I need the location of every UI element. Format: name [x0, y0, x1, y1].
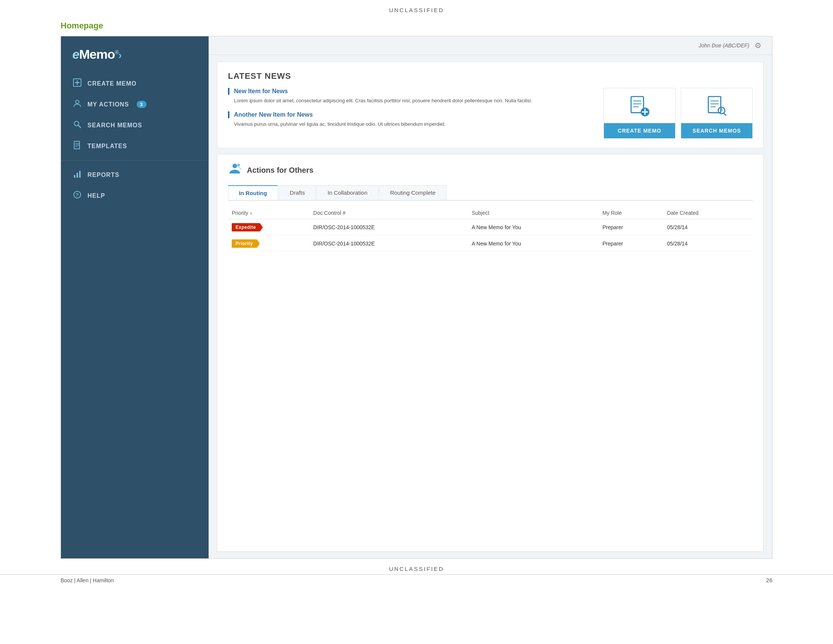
top-classification: UNCLASSIFIED	[0, 0, 833, 17]
svg-line-5	[78, 126, 81, 128]
svg-point-30	[233, 164, 237, 168]
news-item-body-1: Vivamus purus urna, pulvinar vel ligula …	[228, 121, 596, 128]
svg-line-27	[724, 113, 726, 115]
svg-rect-11	[77, 173, 78, 178]
svg-rect-12	[79, 171, 80, 178]
create-memo-doc-icon	[628, 88, 651, 123]
sidebar-label-my-actions: MY ACTIONS	[87, 101, 129, 108]
search-memos-card: SEARCH MEMOS	[681, 88, 753, 138]
cell-subject-0: A New Memo for You	[468, 219, 599, 236]
sidebar-label-reports: REPORTS	[87, 172, 119, 179]
search-memos-button[interactable]: SEARCH MEMOS	[681, 123, 753, 138]
sort-icon: ∨	[249, 211, 252, 216]
footer-bar: Booz | Allen | Hamilton 26	[0, 574, 833, 590]
footer-page-number: 26	[766, 577, 772, 583]
sidebar-item-help[interactable]: ? HELP	[61, 185, 209, 206]
gear-icon[interactable]: ⚙	[755, 41, 761, 50]
col-header-priority[interactable]: Priority ∨	[228, 207, 309, 219]
search-memos-doc-icon	[705, 88, 728, 123]
tab-drafts[interactable]: Drafts	[279, 185, 316, 200]
search-icon	[72, 120, 82, 130]
plus-square-icon	[72, 79, 82, 89]
news-item-0: New Item for News Lorem ipsum dolor sit …	[228, 88, 596, 105]
svg-rect-22	[708, 97, 721, 113]
sidebar-label-create-memo: CREATE MEMO	[87, 80, 137, 87]
expedite-badge: Expedite	[232, 223, 260, 232]
svg-point-3	[76, 100, 79, 104]
svg-text:?: ?	[76, 192, 79, 198]
sidebar-item-create-memo[interactable]: CREATE MEMO	[61, 73, 209, 94]
actions-section: Actions for Others In Routing Drafts In …	[217, 154, 764, 552]
actions-header-icon	[228, 162, 241, 179]
question-icon: ?	[72, 190, 82, 201]
col-header-my-role: My Role	[599, 207, 663, 219]
tab-in-collaboration[interactable]: In Collaboration	[317, 185, 378, 200]
sidebar-label-templates: TEMPLATES	[87, 143, 127, 150]
create-memo-button[interactable]: CREATE MEMO	[604, 123, 675, 138]
news-actions: CREATE MEMO	[603, 88, 753, 138]
main-content: John Doe (ABC/DEF) ⚙ LATEST NEWS New Ite…	[209, 36, 772, 559]
user-icon	[72, 99, 82, 109]
news-item-1: Another New Item for News Vivamus purus …	[228, 111, 596, 128]
sidebar-item-search-memos[interactable]: SEARCH MEMOS	[61, 115, 209, 135]
cell-subject-1: A New Memo for You	[468, 236, 599, 252]
table-row[interactable]: Expedite DIR/OSC-2014-1000532E A New Mem…	[228, 219, 753, 236]
cell-priority-0: Expedite	[228, 219, 309, 236]
news-item-body-0: Lorem ipsum dolor sit amet, consectetur …	[228, 97, 596, 105]
footer-company: Booz | Allen | Hamilton	[61, 577, 114, 583]
col-header-date-created: Date Created	[663, 207, 753, 219]
cell-doc-control-1: DIR/OSC-2014-1000532E	[309, 236, 468, 252]
topbar-user: John Doe (ABC/DEF)	[699, 42, 749, 48]
bar-chart-icon	[72, 170, 82, 180]
bottom-classification: UNCLASSIFIED	[0, 559, 833, 574]
latest-news-section: LATEST NEWS New Item for News Lorem ipsu…	[217, 62, 764, 148]
sidebar-item-reports[interactable]: REPORTS	[61, 164, 209, 185]
col-header-doc-control: Doc Control #	[309, 207, 468, 219]
sidebar: eMemo®› CREATE MEMO	[61, 36, 209, 559]
sidebar-divider	[61, 160, 209, 161]
cell-date-1: 05/28/14	[663, 236, 753, 252]
sidebar-nav: CREATE MEMO MY ACTIONS 3	[61, 73, 209, 214]
sidebar-item-templates[interactable]: TEMPLATES	[61, 135, 209, 156]
svg-rect-10	[74, 175, 76, 178]
page-section-title: Homepage	[0, 17, 833, 36]
priority-badge: Priority	[232, 240, 257, 248]
sidebar-label-search-memos: SEARCH MEMOS	[87, 122, 142, 129]
actions-title: Actions for Others	[247, 166, 314, 175]
tabs-row: In Routing Drafts In Collaboration Routi…	[228, 185, 753, 201]
cell-my-role-1: Preparer	[599, 236, 663, 252]
actions-table: Priority ∨ Doc Control # Subject My Role…	[228, 207, 753, 252]
topbar: John Doe (ABC/DEF) ⚙	[209, 36, 772, 55]
actions-header: Actions for Others	[228, 162, 753, 179]
my-actions-badge: 3	[137, 101, 146, 108]
file-icon	[72, 141, 82, 151]
cell-doc-control-0: DIR/OSC-2014-1000532E	[309, 219, 468, 236]
cell-my-role-0: Preparer	[599, 219, 663, 236]
news-articles: New Item for News Lorem ipsum dolor sit …	[228, 88, 603, 138]
sidebar-item-my-actions[interactable]: MY ACTIONS 3	[61, 94, 209, 115]
news-item-title-1: Another New Item for News	[228, 111, 596, 118]
cell-date-0: 05/28/14	[663, 219, 753, 236]
tab-routing-complete[interactable]: Routing Complete	[379, 185, 446, 200]
news-content-row: New Item for News Lorem ipsum dolor sit …	[228, 88, 753, 138]
app-logo: eMemo®›	[61, 36, 209, 73]
cell-priority-1: Priority	[228, 236, 309, 252]
sidebar-label-help: HELP	[87, 192, 105, 199]
latest-news-title: LATEST NEWS	[228, 71, 753, 81]
table-row[interactable]: Priority DIR/OSC-2014-1000532E A New Mem…	[228, 236, 753, 252]
news-item-title-0: New Item for News	[228, 88, 596, 95]
create-memo-card: CREATE MEMO	[603, 88, 675, 138]
svg-point-31	[237, 164, 240, 167]
tab-in-routing[interactable]: In Routing	[228, 185, 278, 200]
app-container: eMemo®› CREATE MEMO	[61, 36, 772, 559]
col-header-subject: Subject	[468, 207, 599, 219]
